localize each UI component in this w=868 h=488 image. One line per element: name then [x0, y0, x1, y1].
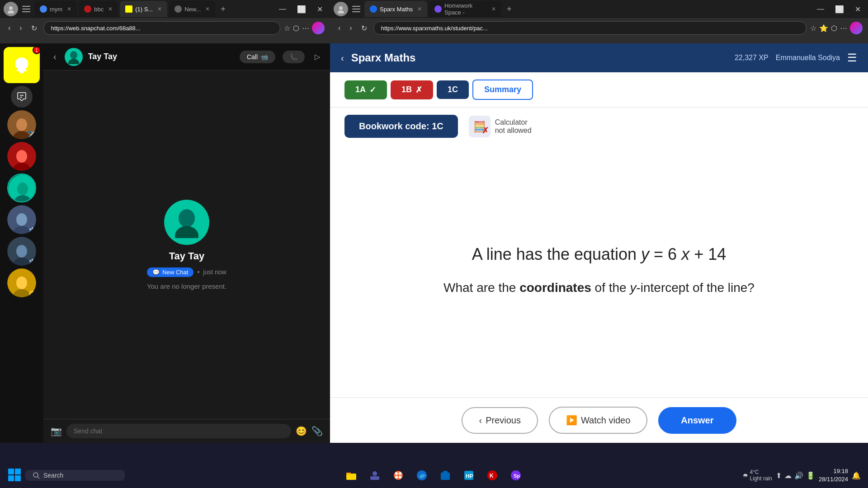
bookmark-btn-right[interactable]: ☆ — [810, 24, 816, 33]
taskbar-pinned-apps: HP K Sp — [128, 465, 739, 485]
back-button-left[interactable]: ‹ — [5, 22, 13, 34]
sidebar-toggle-btn[interactable] — [20, 3, 33, 15]
sidebar-avatar-6[interactable]: 😊 — [7, 268, 36, 297]
more-btn-right[interactable]: ⋯ — [840, 24, 847, 33]
minimize-button-right[interactable]: — — [813, 3, 828, 15]
forward-button-left[interactable]: › — [17, 22, 24, 34]
taskbar-datetime[interactable]: 19:18 28/11/2024 — [819, 467, 848, 483]
new-conversation-btn[interactable] — [11, 86, 33, 108]
svg-point-13 — [16, 213, 27, 226]
maximize-button-right[interactable]: ⬜ — [831, 3, 848, 15]
extensions-btn-left[interactable]: ⬡ — [293, 24, 299, 33]
back-button-right[interactable]: ‹ — [335, 22, 343, 34]
tab-homework[interactable]: Homework Space - ✕ — [429, 1, 501, 17]
tab-label-bbc: bbc — [94, 6, 104, 13]
taskbar-weather[interactable]: 🌧 4°C Light rain — [743, 469, 772, 482]
tab-close-snap[interactable]: ✕ — [157, 6, 162, 12]
address-bar-left[interactable] — [43, 21, 280, 35]
more-btn-left[interactable]: ⋯ — [302, 24, 309, 33]
taskbar-store-icon[interactable] — [435, 465, 455, 485]
tab-close-bbc[interactable]: ✕ — [108, 6, 113, 12]
svg-point-23 — [339, 6, 343, 10]
task-tab-1A[interactable]: 1A ✓ — [344, 80, 387, 99]
tab-close-homework[interactable]: ✕ — [491, 6, 496, 12]
new-tab-button[interactable]: + — [217, 3, 229, 16]
sparx-sidebar-toggle[interactable] — [350, 3, 363, 15]
sparx-browser-profile-btn[interactable] — [334, 2, 348, 16]
snap-more-button[interactable]: ▷ — [312, 51, 323, 63]
weather-cloud-icon[interactable]: ☁ — [784, 471, 792, 480]
sidebar-avatar-1[interactable]: ✈️ — [7, 110, 36, 139]
tab-favicon-snap — [125, 5, 132, 13]
minimize-button-left[interactable]: — — [275, 3, 290, 15]
profile-avatar-left[interactable] — [312, 22, 325, 34]
snap-call-button[interactable]: Call 📹 — [240, 51, 275, 63]
snap-chat-input-row: 📷 😊 📎 — [43, 419, 330, 443]
tab-new[interactable]: New... ✕ — [169, 1, 215, 17]
tab-mym[interactable]: mym ✕ — [34, 1, 77, 17]
answer-button[interactable]: Answer — [658, 407, 736, 434]
task-tab-1C[interactable]: 1C — [437, 80, 469, 99]
battery-icon[interactable]: 🔋 — [806, 471, 815, 480]
task-summary-label: Summary — [484, 85, 521, 94]
snap-camera-button[interactable]: 📷 — [51, 426, 62, 436]
taskbar-teams-icon[interactable] — [365, 465, 385, 485]
tab-close-mym[interactable]: ✕ — [67, 6, 71, 12]
sidebar-avatar-4[interactable]: ❄️ — [7, 205, 36, 234]
snap-header-actions: Call 📹 📞 ▷ — [240, 51, 323, 63]
tab-close-new[interactable]: ✕ — [205, 6, 210, 12]
sparx-tabs-bar: Sparx Maths ✕ Homework Space - ✕ + — ⬜ ✕ — [330, 0, 868, 18]
tab-sparx[interactable]: Sparx Maths ✕ — [364, 1, 427, 17]
tab-bbc[interactable]: bbc ✕ — [79, 1, 118, 17]
browser-profile-btn[interactable] — [4, 2, 18, 16]
forward-button-right[interactable]: › — [347, 22, 354, 34]
sparx-back-button[interactable]: ‹ — [341, 53, 344, 63]
close-button-right[interactable]: ✕ — [851, 3, 864, 15]
taskbar-edge-icon[interactable] — [412, 465, 432, 485]
sidebar-avatar-5[interactable]: ❄️ — [7, 237, 36, 266]
refresh-button-right[interactable]: ↻ — [359, 22, 370, 34]
sparx-app: ‹ Sparx Maths 22,327 XP Emmanuella Sodiy… — [330, 43, 868, 443]
tab-snapchat[interactable]: (1) S... ✕ — [120, 1, 167, 17]
sparx-hamburger-menu[interactable]: ☰ — [847, 52, 857, 64]
taskbar-kaspersky-icon[interactable]: K — [482, 465, 502, 485]
question-part4: -intercept of the line? — [636, 281, 755, 295]
snap-back-button[interactable]: ‹ — [51, 50, 59, 64]
taskbar-search-box[interactable]: Search — [25, 470, 125, 481]
snap-message-input[interactable] — [66, 424, 291, 438]
bookwork-code-box: Bookwork code: 1C — [344, 115, 458, 138]
maximize-button-left[interactable]: ⬜ — [293, 3, 310, 15]
address-bar-right[interactable] — [373, 21, 807, 35]
notification-bell-icon[interactable]: 🔔 — [852, 471, 861, 480]
snap-sticker-button[interactable]: 📎 — [311, 426, 323, 436]
snapchat-logo-btn[interactable]: 1 — [4, 47, 40, 83]
snap-emoji-button[interactable]: 😊 — [296, 426, 307, 436]
snap-chat-user-avatar — [65, 48, 83, 66]
task-tab-1B[interactable]: 1B ✗ — [391, 80, 433, 99]
tab-close-sparx[interactable]: ✕ — [417, 6, 422, 12]
start-button[interactable] — [7, 468, 22, 483]
sidebar-avatar-tay-tay[interactable] — [7, 174, 36, 202]
volume-icon[interactable]: 🔊 — [794, 471, 803, 480]
svg-text:Sp: Sp — [514, 473, 520, 479]
network-icon[interactable]: ⬆ — [776, 471, 782, 480]
watch-video-button[interactable]: ▶️ Watch video — [549, 407, 647, 434]
sparx-browser-window: Sparx Maths ✕ Homework Space - ✕ + — ⬜ ✕… — [330, 0, 868, 443]
task-tab-summary[interactable]: Summary — [472, 80, 533, 100]
taskbar-myhp-icon[interactable]: HP — [459, 465, 479, 485]
taskbar-explorer-icon[interactable] — [341, 465, 361, 485]
sidebar-avatar-2[interactable] — [7, 142, 36, 171]
refresh-button-left[interactable]: ↻ — [28, 22, 40, 34]
favorites-btn-right[interactable]: ⭐ — [819, 24, 828, 33]
close-button-left[interactable]: ✕ — [313, 3, 326, 15]
taskbar-sparx-icon[interactable]: Sp — [506, 465, 526, 485]
tab-label-new: New... — [184, 6, 201, 13]
sparx-new-tab-button[interactable]: + — [503, 3, 515, 16]
taskbar-paint-icon[interactable] — [388, 465, 408, 485]
profile-avatar-right[interactable] — [850, 22, 863, 34]
extensions-btn-right[interactable]: ⬡ — [831, 24, 837, 33]
calculator-not-allowed-icon: ✗ — [482, 126, 489, 136]
bookmark-btn-left[interactable]: ☆ — [284, 24, 290, 33]
snap-phone-button[interactable]: 📞 — [283, 51, 305, 63]
previous-button[interactable]: ‹ Previous — [462, 407, 538, 434]
